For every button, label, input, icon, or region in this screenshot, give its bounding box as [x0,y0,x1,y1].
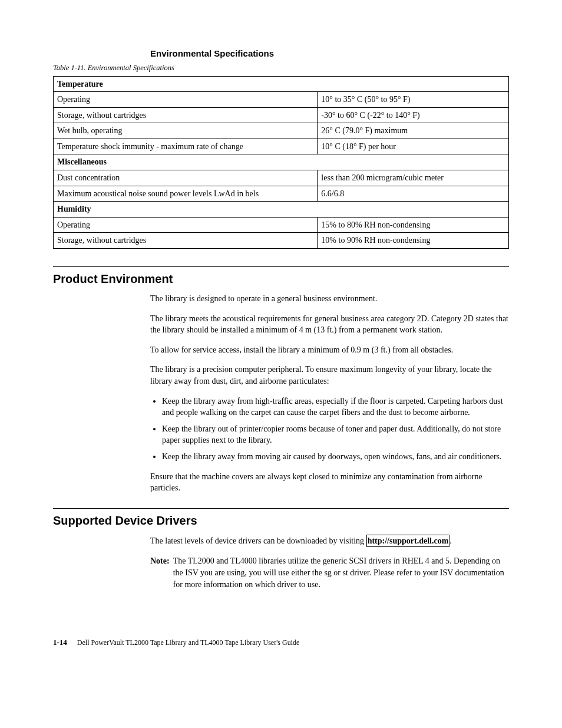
note-label: Note: [150,555,173,590]
table-value-cell: 26° C (79.0° F) maximum [318,123,509,139]
table-row: Temperature shock immunity - maximum rat… [54,139,509,154]
table-caption: Table 1-11. Environmental Specifications [53,63,509,74]
table-row: Storage, without cartridges10% to 90% RH… [54,233,509,249]
table-row: Operating15% to 80% RH non-condensing [54,217,509,233]
table-group-cell: Temperature [54,76,509,92]
env-spec-heading: Environmental Specifications [150,47,509,60]
table-row: Dust concentrationless than 200 microgra… [54,170,509,186]
text: The latest levels of device drivers can … [150,536,366,545]
note-body: The TL2000 and TL4000 libraries utilize … [173,555,509,590]
table-value-cell: 15% to 80% RH non-condensing [318,217,509,233]
table-label-cell: Temperature shock immunity - maximum rat… [54,139,318,154]
table-row: Maximum acoustical noise sound power lev… [54,186,509,202]
product-environment-heading: Product Environment [53,266,509,287]
page-number: 1-14 [53,638,67,647]
table-value-cell: 10% to 90% RH non-condensing [318,233,509,249]
paragraph: To allow for service access, install the… [150,344,509,356]
supported-drivers-heading: Supported Device Drivers [53,508,509,529]
support-link[interactable]: http://support.dell.com [366,535,450,548]
bullet-list: Keep the library away from high-traffic … [150,396,509,463]
footer-text: Dell PowerVault TL2000 Tape Library and … [77,638,300,647]
list-item: Keep the library away from moving air ca… [162,451,509,463]
paragraph: The latest levels of device drivers can … [150,535,509,548]
table-label-cell: Storage, without cartridges [54,107,318,123]
table-row: Miscellaneous [54,154,509,170]
table-label-cell: Dust concentration [54,170,318,186]
list-item: Keep the library away from high-traffic … [162,396,509,419]
table-value-cell: 6.6/6.8 [318,186,509,202]
table-label-cell: Wet bulb, operating [54,123,318,139]
paragraph: The library meets the acoustical require… [150,313,509,336]
env-spec-table: TemperatureOperating10° to 35° C (50° to… [53,76,509,249]
table-row: Humidity [54,202,509,218]
page-footer: 1-14 Dell PowerVault TL2000 Tape Library… [53,637,509,648]
table-value-cell: 10° C (18° F) per hour [318,139,509,154]
paragraph: Ensure that the machine covers are alway… [150,471,509,494]
table-value-cell: less than 200 microgram/cubic meter [318,170,509,186]
table-label-cell: Storage, without cartridges [54,233,318,249]
table-group-cell: Humidity [54,202,509,218]
table-row: Storage, without cartridges-30° to 60° C… [54,107,509,123]
table-group-cell: Miscellaneous [54,154,509,170]
paragraph: The library is designed to operate in a … [150,293,509,305]
paragraph: The library is a precision computer peri… [150,364,509,387]
table-label-cell: Operating [54,92,318,108]
table-value-cell: -30° to 60° C (-22° to 140° F) [318,107,509,123]
table-row: Operating10° to 35° C (50° to 95° F) [54,92,509,108]
note: Note: The TL2000 and TL4000 libraries ut… [150,555,509,590]
table-row: Wet bulb, operating26° C (79.0° F) maxim… [54,123,509,139]
table-label-cell: Operating [54,217,318,233]
text: . [449,536,452,545]
table-row: Temperature [54,76,509,92]
table-label-cell: Maximum acoustical noise sound power lev… [54,186,318,202]
list-item: Keep the library out of printer/copier r… [162,423,509,446]
table-value-cell: 10° to 35° C (50° to 95° F) [318,92,509,108]
